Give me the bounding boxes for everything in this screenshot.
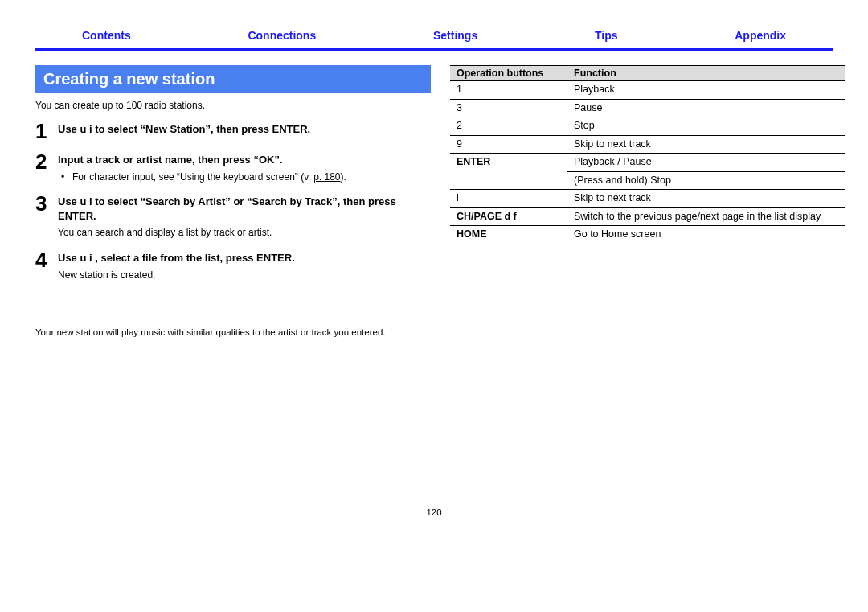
page-number: 120	[35, 507, 833, 517]
step-2-bullet: • For character input, see “Using the ke…	[61, 170, 431, 184]
step-2-bullet-post: ).	[341, 171, 346, 183]
nav-tips[interactable]: Tips	[595, 29, 618, 42]
cell-button-home: HOME	[450, 226, 567, 244]
table-row: CH/PAGE d f Switch to the previous page/…	[450, 207, 845, 226]
table-header-function: Function	[567, 66, 845, 81]
right-column: Operation buttons Function 1 Playback 3 …	[450, 65, 845, 244]
cell-function: Go to Home screen	[567, 226, 845, 244]
cell-button: i	[450, 190, 567, 208]
bullet-dot-icon: •	[61, 170, 72, 184]
nav-contents[interactable]: Contents	[82, 29, 131, 42]
step-1-title: Use u i to select “New Station”, then pr…	[58, 122, 431, 137]
cell-function: Skip to next track	[567, 135, 845, 154]
table-row: i Skip to next track	[450, 190, 845, 208]
step-4-number: 4	[35, 248, 58, 270]
table-header-buttons: Operation buttons	[450, 66, 567, 81]
nav-connections[interactable]: Connections	[248, 29, 316, 42]
table-row: HOME Go to Home screen	[450, 226, 845, 244]
left-column: Creating a new station You can create up…	[35, 65, 431, 339]
cell-button: 3	[450, 99, 567, 117]
cell-function: Playback	[567, 81, 845, 100]
manual-page: Contents Connections Settings Tips Appen…	[0, 0, 868, 533]
cell-button: 1	[450, 81, 567, 100]
section-heading: Creating a new station	[35, 65, 431, 93]
header-divider	[35, 48, 833, 51]
step-3-title: Use u i to select “Search by Artist” or …	[58, 195, 431, 223]
cell-button: 9	[450, 135, 567, 154]
cell-button-enter: ENTER	[450, 154, 567, 190]
step-4-title: Use u i , select a file from the list, p…	[58, 251, 431, 265]
intro-text: You can create up to 100 radio stations.	[35, 100, 431, 111]
cell-button-chpage: CH/PAGE d f	[450, 207, 567, 226]
step-2-title: Input a track or artist name, then press…	[58, 153, 431, 167]
step-4: 4 Use u i , select a file from the list,…	[35, 248, 431, 281]
step-1-number: 1	[35, 119, 58, 142]
operation-buttons-table: Operation buttons Function 1 Playback 3 …	[450, 65, 845, 244]
table-row: 1 Playback	[450, 81, 845, 100]
step-2-bullet-pre: For character input, see “Using the keyb…	[72, 171, 313, 183]
step-3-note: You can search and display a list by tra…	[58, 226, 431, 240]
table-row: 9 Skip to next track	[450, 135, 845, 154]
nav-appendix[interactable]: Appendix	[735, 29, 786, 42]
step-3-number: 3	[35, 191, 58, 214]
cell-function: (Press and hold) Stop	[567, 171, 845, 190]
nav-settings[interactable]: Settings	[433, 29, 477, 42]
cell-function: Skip to next track	[567, 190, 845, 208]
table-row: ENTER Playback / Pause	[450, 154, 845, 172]
cell-function: Playback / Pause	[567, 154, 845, 172]
cell-button: 2	[450, 117, 567, 136]
table-row: 2 Stop	[450, 117, 845, 136]
cell-function: Switch to the previous page/next page in…	[567, 207, 845, 226]
cell-function: Stop	[567, 117, 845, 136]
table-row: 3 Pause	[450, 99, 845, 117]
step-3: 3 Use u i to select “Search by Artist” o…	[35, 191, 431, 240]
footnote-text: Your new station will play music with si…	[35, 326, 431, 339]
steps-list: 1 Use u i to select “New Station”, then …	[35, 119, 431, 282]
top-nav: Contents Connections Settings Tips Appen…	[35, 29, 833, 45]
cell-function: Pause	[567, 99, 845, 117]
step-1: 1 Use u i to select “New Station”, then …	[35, 119, 431, 142]
step-2: 2 Input a track or artist name, then pre…	[35, 150, 431, 183]
step-2-number: 2	[35, 150, 58, 172]
step-4-note: New station is created.	[58, 269, 431, 282]
content-columns: Creating a new station You can create up…	[35, 65, 833, 339]
keyboard-screen-page-link[interactable]: p. 180	[313, 171, 340, 183]
step-2-bullet-text: For character input, see “Using the keyb…	[72, 170, 346, 184]
